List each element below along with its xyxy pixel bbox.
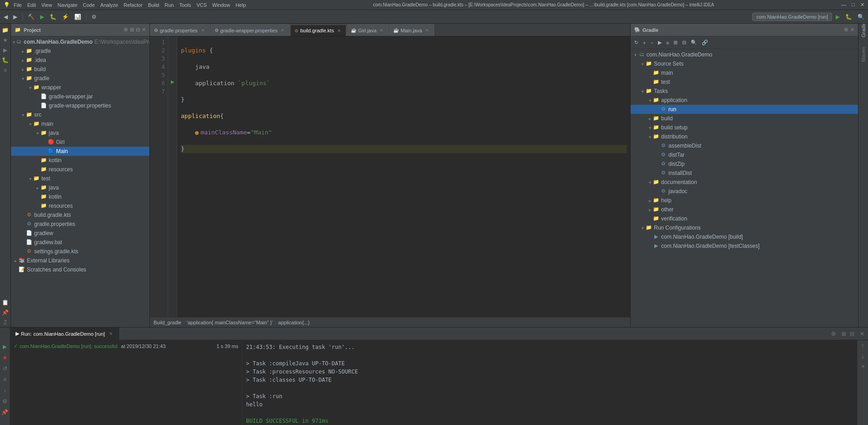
gradle-source-sets[interactable]: ▾ 📁 Source Sets — [631, 59, 858, 68]
bottom-icon-scroll[interactable]: ↓ — [0, 386, 10, 395]
gradle-application[interactable]: ▾ 📁 application — [631, 96, 858, 105]
tree-item-girl[interactable]: 🔴 Girl — [11, 138, 149, 147]
gradle-assemble-dist[interactable]: ⚙ assembleDist — [631, 141, 858, 150]
right-sidebar-label-maven[interactable]: Maven — [859, 50, 868, 58]
tree-item-root[interactable]: ▾ 🗂 com.NianHao.GradleDemo E:\Workspaces… — [11, 37, 149, 46]
gradle-link[interactable]: 🔗 — [700, 39, 710, 46]
tree-item-test-kotlin[interactable]: 📁 kotlin — [11, 192, 149, 201]
menu-run[interactable]: Run — [164, 2, 174, 8]
tree-item-gradlew-bat[interactable]: 📄 gradlew.bat — [11, 238, 149, 247]
right-sidebar-label-gradle[interactable]: Gradle — [859, 26, 868, 34]
gradle-javadoc[interactable]: ⚙ javadoc — [631, 187, 858, 196]
gradle-search[interactable]: 🔍 — [689, 39, 699, 46]
gradle-minus[interactable]: − — [648, 39, 655, 46]
structure-icon[interactable]: 📋 — [1, 298, 10, 307]
gradle-dist-tar[interactable]: ⚙ distTar — [631, 150, 858, 159]
breadcrumb-app-block[interactable]: application{...} — [278, 320, 310, 325]
gradle-distribution[interactable]: ▾ 📁 distribution — [631, 132, 858, 141]
tree-item-gradle-properties[interactable]: ⚙ gradle.properties — [11, 220, 149, 229]
output-clear[interactable]: ✕ — [859, 362, 867, 370]
build-button[interactable]: 🔨 — [26, 13, 36, 21]
gradle-execute[interactable]: ▶ — [656, 39, 663, 46]
tree-item-kotlin[interactable]: 📁 kotlin — [11, 156, 149, 165]
z-icon[interactable]: Z — [1, 318, 10, 327]
tree-item-gradle-jar[interactable]: 📄 gradle-wrapper.jar — [11, 92, 149, 101]
gradle-run-config-build[interactable]: ▶ com.NianHao.GradleDemo [build] — [631, 232, 858, 241]
bottom-icon-settings[interactable]: ⚙ — [0, 397, 10, 406]
output-scroll-bottom[interactable]: ⊥ — [859, 352, 867, 360]
run-success-item[interactable]: ✓ com.NianHao.GradleDemo [run]: successf… — [12, 342, 240, 350]
tree-item-gradle[interactable]: ▾ 📁 gradle — [11, 74, 149, 83]
back-button[interactable]: ◀ — [2, 13, 10, 21]
menu-code[interactable]: Code — [83, 2, 95, 8]
gradle-run-configs[interactable]: ▾ 📁 Run Configurations — [631, 223, 858, 232]
menu-view[interactable]: View — [41, 2, 52, 8]
tree-item-test[interactable]: ▾ 📁 test — [11, 174, 149, 183]
gradle-toggle-1[interactable]: ≡ — [664, 39, 671, 46]
gradle-close-icon[interactable]: ✕ — [850, 27, 854, 33]
debug-icon[interactable]: 🐛 — [1, 56, 10, 65]
gradle-build-setup[interactable]: ▾ 📁 build setup — [631, 123, 858, 132]
tab-gradle-wrapper-close[interactable]: ✕ — [279, 27, 286, 34]
tree-item-src[interactable]: ▾ 📁 src — [11, 110, 149, 119]
menu-navigate[interactable]: Navigate — [57, 2, 77, 8]
gradle-other[interactable]: ▸ 📁 other — [631, 205, 858, 214]
menu-tools[interactable]: Tools — [179, 2, 191, 8]
gradle-add[interactable]: + — [641, 39, 647, 46]
run-config-debug[interactable]: 🐛 — [843, 13, 854, 21]
favorites-icon[interactable]: ★ — [1, 36, 10, 45]
bottom-right-panel[interactable]: 21:43:53: Executing task 'run'... > Task… — [242, 340, 857, 425]
bottom-icon-filter[interactable]: ≡ — [0, 375, 10, 384]
tab-build-gradle-close[interactable]: ✕ — [336, 27, 342, 34]
forward-button[interactable]: ▶ — [11, 13, 19, 21]
run-config-run[interactable]: ▶ — [834, 13, 842, 21]
tree-item-gradle-props[interactable]: 📄 gradle-wrapper.properties — [11, 101, 149, 110]
gradle-main[interactable]: 📁 main — [631, 68, 858, 77]
panel-expand-icon[interactable]: ⊞ — [130, 27, 134, 33]
menu-refactor[interactable]: Refactor — [123, 2, 143, 8]
title-bar-menu[interactable]: File Edit View Navigate Code Analyze Ref… — [14, 2, 246, 8]
breadcrumb-application[interactable]: 'application{ mainClassName="Main" }' — [187, 320, 273, 325]
tree-item-main[interactable]: ▾ 📁 main — [11, 119, 149, 128]
tab-build-gradle[interactable]: ⚙ build.gradle.kts ✕ — [290, 25, 346, 36]
tree-item-resources[interactable]: 📁 resources — [11, 165, 149, 174]
menu-help[interactable]: Help — [236, 2, 246, 8]
panel-settings-icon[interactable]: ⚙ — [123, 27, 128, 33]
pin-icon[interactable]: 📌 — [1, 308, 10, 317]
tab-gradle-wrapper-properties[interactable]: ⚙ gradle-wrapper.properties ✕ — [211, 24, 290, 36]
gradle-build-task[interactable]: ▸ 📁 build — [631, 114, 858, 123]
profiler-button[interactable]: 📊 — [72, 13, 83, 21]
menu-window[interactable]: Window — [212, 2, 230, 8]
tree-item-wrapper[interactable]: ▾ 📁 wrapper — [11, 83, 149, 92]
search-everywhere[interactable]: 🔍 — [856, 13, 866, 21]
services-icon[interactable]: ≡ — [1, 66, 10, 75]
run-gutter-icon[interactable]: ▶ — [171, 79, 175, 84]
bottom-icon-stop[interactable]: ■ — [0, 353, 10, 362]
menu-edit[interactable]: Edit — [27, 2, 36, 8]
run-icon[interactable]: ▶ — [1, 46, 10, 55]
bottom-icon-pin[interactable]: 📌 — [0, 408, 10, 417]
run-config-selector[interactable]: com.NianHao.GradleDemo [run] — [752, 13, 832, 21]
gradle-verification[interactable]: 📁 verification — [631, 214, 858, 223]
tab-gradle-properties[interactable]: ⚙ gradle.properties ✕ — [150, 24, 210, 36]
breadcrumb-build[interactable]: Build_gradle — [154, 320, 181, 325]
tree-item-main-class[interactable]: 🔵 Main — [11, 147, 149, 156]
tree-item-build-gradle[interactable]: ⚙ build.gradle.kts — [11, 210, 149, 220]
tree-item-gradlew[interactable]: 📄 gradlew — [11, 229, 149, 238]
menu-build[interactable]: Build — [148, 2, 159, 8]
bottom-panel-settings[interactable]: ⚙ — [827, 331, 840, 337]
menu-vcs[interactable]: VCS — [196, 2, 207, 8]
tree-item-main-java[interactable]: ▾ 📁 java — [11, 128, 149, 138]
tree-item-scratches[interactable]: 📝 Scratches and Consoles — [11, 265, 149, 274]
panel-close-icon[interactable]: ✕ — [142, 27, 146, 33]
settings-button[interactable]: ⚙ — [90, 13, 98, 21]
gradle-toggle-3[interactable]: ⊟ — [680, 39, 688, 46]
bottom-panel-collapse[interactable]: ⊟ — [848, 331, 856, 337]
code-editor[interactable]: 1 2 3 4 5 6 7 ▶ — [150, 36, 630, 317]
project-icon[interactable]: 📁 — [1, 26, 10, 35]
tree-item-gradle-hidden[interactable]: ▸ 📁 .gradle — [11, 46, 149, 56]
bottom-icon-rerun[interactable]: ↺ — [0, 364, 10, 373]
debug-button[interactable]: 🐛 — [48, 13, 58, 21]
tree-item-external-libs[interactable]: ▸ 📚 External Libraries — [11, 256, 149, 265]
gradle-root[interactable]: ▾ 🗂 com.NianHao.GradleDemo — [631, 50, 858, 59]
